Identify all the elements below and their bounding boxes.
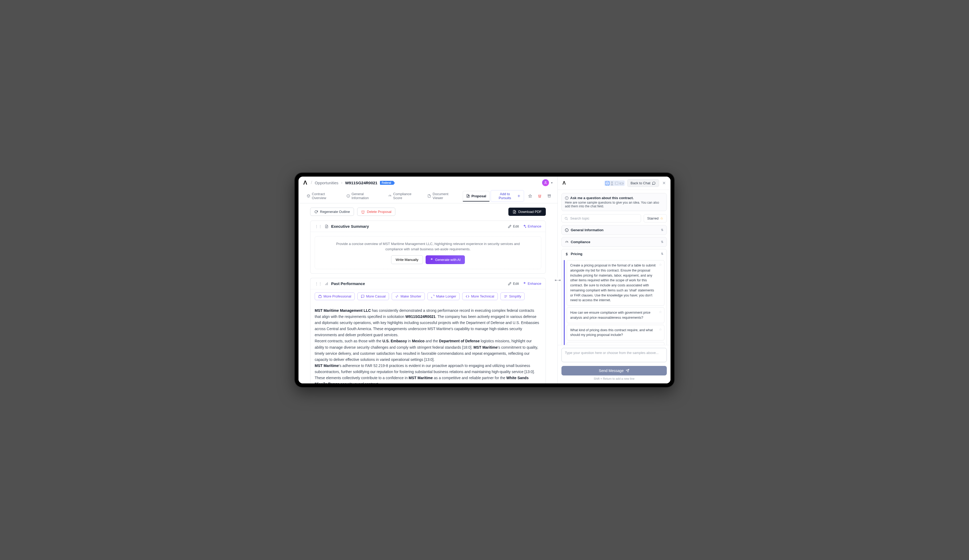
archive-icon-button[interactable] [546, 192, 553, 199]
starred-filter-button[interactable]: Starred ☆ [644, 214, 667, 223]
regenerate-outline-button[interactable]: Regenerate Outline [310, 208, 354, 216]
breadcrumb-id: W911SG24R0021 [345, 181, 378, 185]
svg-rect-14 [319, 296, 321, 298]
chip-make-shorter[interactable]: Make Shorter [391, 292, 425, 300]
enhance-section-button[interactable]: Enhance [523, 282, 541, 286]
tab-compliance-score[interactable]: Compliance Score [385, 189, 423, 203]
add-to-pursuits-button[interactable]: Add to Pursuits [491, 190, 524, 202]
layers-icon [307, 194, 310, 198]
tab-contract-overview[interactable]: Contract Overview [303, 189, 342, 203]
content-scroll[interactable]: Regenerate Outline Delete Proposal Downl… [298, 203, 558, 384]
star-outline-icon[interactable]: ☆ [659, 327, 662, 332]
prompt-card[interactable]: What kind of pricing does this contract … [567, 325, 664, 341]
star-outline-icon[interactable]: ☆ [659, 310, 662, 315]
chip-more-casual[interactable]: More Casual [357, 292, 389, 300]
prompt-card[interactable]: Create a pricing proposal in the format … [567, 260, 664, 306]
star-outline-icon[interactable]: ☆ [659, 263, 662, 268]
chat-side-panel: ⇤⇥ Λ ▯▯ ▯ □ ▭ Back to Chat ✕ Ask me a qu… [558, 176, 671, 384]
split-handle-icon[interactable]: ⇤⇥ [555, 278, 560, 282]
refresh-icon [314, 210, 318, 214]
app-logo[interactable]: Λ [302, 179, 308, 186]
code-icon [466, 294, 470, 298]
edit-section-button[interactable]: Edit [508, 282, 519, 286]
tab-document-viewer[interactable]: Document Viewer [424, 189, 461, 203]
chip-more-professional[interactable]: More Professional [315, 292, 355, 300]
search-placeholder-text: Search topic [570, 216, 589, 220]
acc-label: Compliance [571, 240, 590, 244]
chip-label: Simplify [509, 294, 521, 298]
dollar-icon [565, 252, 569, 256]
close-panel-icon[interactable]: ✕ [661, 179, 667, 187]
layout-full-icon[interactable]: □ [615, 181, 619, 185]
keyboard-hint: Shift + Return to add a new line [561, 377, 667, 380]
tone-chips-row: More Professional More Casual Make Short… [310, 289, 546, 302]
button-label: Send Message [599, 369, 624, 373]
drag-handle-icon[interactable]: ⋮⋮ [315, 224, 322, 229]
proposal-actions-row: Regenerate Outline Delete Proposal Downl… [310, 208, 546, 216]
collapse-icon [395, 294, 399, 298]
button-label: Download PDF [518, 210, 541, 214]
search-topic-input[interactable]: Search topic [561, 214, 641, 223]
generate-with-ai-button[interactable]: Generate with AI [426, 255, 465, 264]
tab-label: Proposal [471, 194, 486, 198]
star-outline-icon[interactable]: ☆ [659, 344, 662, 345]
trash-icon-button[interactable] [536, 192, 543, 199]
acc-pricing[interactable]: Pricing ⇅ Create a pricing proposal in t… [561, 249, 667, 345]
tab-proposal[interactable]: Proposal [463, 191, 490, 201]
user-avatar[interactable] [542, 179, 549, 186]
body-bold: Mexico [412, 339, 425, 343]
info-subtitle-text: Here are some sample questions to give y… [565, 201, 663, 208]
exec-summary-prompt-box: Provide a concise overview of MST Mariti… [315, 236, 541, 269]
avatar-chevron-down-icon[interactable]: ▾ [551, 181, 553, 184]
layout-toggle-group: ▯▯ ▯ □ ▭ [604, 180, 625, 186]
acc-label: Pricing [571, 252, 583, 256]
chip-label: More Technical [471, 294, 494, 298]
button-label: Starred [647, 216, 659, 220]
body-text-span: and the [425, 339, 439, 343]
write-manually-button[interactable]: Write Manually [391, 255, 423, 264]
send-message-button[interactable]: Send Message [561, 366, 667, 376]
tab-label: Compliance Score [393, 192, 420, 200]
delete-proposal-button[interactable]: Delete Proposal [357, 208, 396, 216]
drag-handle-icon[interactable]: ⋮⋮ [315, 282, 322, 286]
prompt-text: Create a pricing proposal in the format … [570, 264, 656, 302]
svg-point-0 [545, 181, 546, 183]
side-logo: Λ [561, 180, 567, 186]
chip-make-longer[interactable]: Make Longer [428, 292, 460, 300]
pricing-prompts-list: Create a pricing proposal in the format … [564, 260, 664, 345]
edit-file-icon [466, 194, 470, 198]
chip-label: More Casual [366, 294, 386, 298]
acc-general-information[interactable]: General Information ⇅ [561, 225, 667, 235]
tab-label: Document Viewer [433, 192, 458, 200]
prompt-card[interactable]: Create a pricing proposal for my bid for… [567, 342, 664, 345]
download-pdf-button[interactable]: Download PDF [508, 208, 546, 216]
tab-label: Contract Overview [312, 192, 338, 200]
svg-line-23 [567, 219, 568, 220]
star-icon-button[interactable] [527, 192, 534, 199]
breadcrumb-root[interactable]: Opportunities [315, 181, 338, 185]
topic-accordion[interactable]: General Information ⇅ Compliance ⇅ Prici… [558, 225, 671, 345]
back-to-chat-button[interactable]: Back to Chat [627, 179, 659, 187]
info-icon [565, 196, 569, 200]
chat-input[interactable] [561, 348, 667, 362]
button-label: Add to Pursuits [494, 192, 516, 200]
layout-split-icon[interactable]: ▯▯ [605, 181, 609, 185]
svg-point-22 [565, 217, 567, 219]
chip-simplify[interactable]: Simplify [500, 292, 525, 300]
chip-more-technical[interactable]: More Technical [462, 292, 498, 300]
enhance-section-button[interactable]: Enhance [523, 224, 541, 228]
edit-section-button[interactable]: Edit [508, 224, 519, 228]
ask-info-card: Ask me a question about this contract. H… [561, 193, 667, 211]
body-bold: MST Maritime [409, 376, 433, 380]
layout-right-icon[interactable]: ▭ [619, 181, 624, 185]
layout-left-icon[interactable]: ▯ [610, 181, 614, 185]
body-text-span: in [407, 339, 412, 343]
chat-bubble-icon [652, 181, 656, 185]
chip-label: Make Longer [436, 294, 456, 298]
search-icon [564, 217, 568, 220]
sparkle-icon [523, 224, 526, 228]
tab-general-information[interactable]: General Information [343, 189, 384, 203]
prompt-card[interactable]: How can we ensure compliance with govern… [567, 307, 664, 323]
acc-compliance[interactable]: Compliance ⇅ [561, 237, 667, 247]
chevron-updown-icon: ⇅ [661, 240, 663, 244]
